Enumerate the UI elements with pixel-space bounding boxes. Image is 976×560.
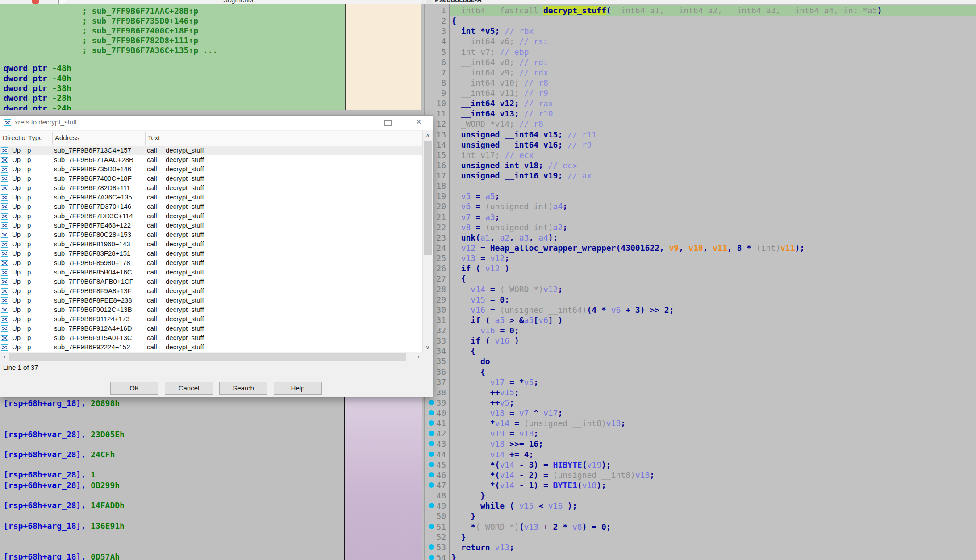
operand-line[interactable]: [rsp+68h+arg_18], 0D57Ah: [4, 552, 120, 560]
variable-token[interactable]: v18: [635, 470, 650, 480]
stack-var-line[interactable]: dword ptr -40h: [4, 74, 71, 83]
variable-token[interactable]: a3: [519, 233, 529, 242]
pseudocode-line[interactable]: 30 v16 = (unsigned __int64)(4 * v6 + 3) …: [425, 305, 976, 315]
pseudocode-line[interactable]: 50 }: [425, 511, 976, 522]
variable-token[interactable]: v12: [543, 285, 558, 294]
variable-token[interactable]: v10: [688, 243, 703, 253]
variable-token[interactable]: v18: [582, 481, 597, 490]
pseudocode-line[interactable]: 27 {: [425, 274, 976, 284]
pseudocode-line[interactable]: 12 _WORD *v14; // r8: [425, 119, 976, 129]
xref-row[interactable]: Uppsub_7FF9B6F782D8+111calldecrypt_stuff: [0, 183, 423, 193]
pseudocode-line[interactable]: 13 unsigned __int64 v15; // r11: [425, 129, 976, 140]
variable-token[interactable]: a3: [485, 212, 495, 222]
variable-token[interactable]: v14: [500, 470, 514, 480]
pseudocode-line[interactable]: 20 v6 = (unsigned int)a4;: [425, 201, 976, 212]
variable-token[interactable]: v13: [524, 522, 539, 531]
variable-token[interactable]: v11: [713, 243, 727, 253]
pseudocode-line[interactable]: 35 do: [425, 356, 976, 367]
variable-token[interactable]: v16: [451, 305, 485, 315]
stop-debugger-icon[interactable]: [32, 0, 39, 4]
variable-token[interactable]: v16: [548, 501, 563, 510]
operand-line[interactable]: [rsp+68h+var_28], 23D05Eh: [4, 430, 125, 439]
variable-token[interactable]: v5: [451, 191, 471, 201]
pseudocode-line[interactable]: 1__int64 __fastcall decrypt_stuff(__int6…: [425, 5, 976, 16]
variable-token[interactable]: v15: [500, 388, 514, 397]
variable-token[interactable]: a5: [485, 191, 495, 201]
xref-row[interactable]: Uppsub_7FF9B6F85980+178calldecrypt_stuff: [0, 258, 423, 268]
pseudocode-line[interactable]: 40 v18 = v7 ^ v17;: [425, 408, 976, 419]
pseudocode-line[interactable]: 17 unsigned __int16 v19; // ax: [425, 170, 976, 181]
variable-token[interactable]: v14: [495, 419, 510, 428]
pseudocode-line[interactable]: 19 v5 = a5;: [425, 191, 976, 202]
pseudocode-line[interactable]: 39 ++v5;: [425, 398, 976, 408]
pseudocode-line[interactable]: 52 }: [425, 532, 976, 543]
xref-row[interactable]: Uppsub_7FF9B6F83F28+151calldecrypt_stuff: [0, 249, 423, 258]
variable-token[interactable]: v14: [500, 460, 514, 469]
xref-row[interactable]: Uppsub_7FF9B6F8FEE8+238calldecrypt_stuff: [0, 296, 423, 305]
xref-row[interactable]: Uppsub_7FF9B6F85B04+16Ccalldecrypt_stuff: [0, 268, 423, 277]
pseudocode-line[interactable]: 18: [425, 181, 976, 191]
variable-token[interactable]: v11: [780, 243, 795, 253]
variable-token[interactable]: v17: [543, 408, 558, 418]
operand-line[interactable]: [rsp+68h+var_28], 14FADDh: [4, 501, 125, 510]
pseudocode-line[interactable]: 54}: [425, 552, 976, 560]
pseudocode-line[interactable]: 14 unsigned __int64 v16; // r9: [425, 140, 976, 150]
variable-token[interactable]: v7: [451, 212, 471, 222]
pseudocode-line[interactable]: 24 v12 = Heap_alloc_wrapper_wrapper(4300…: [425, 243, 976, 253]
pseudocode-line[interactable]: 29 v15 = 0;: [425, 295, 976, 305]
variable-token[interactable]: a2: [500, 233, 509, 242]
pseudocode-line[interactable]: 38 ++v15;: [425, 387, 976, 398]
xref-row[interactable]: Uppsub_7FF9B6F735D0+146calldecrypt_stuff: [0, 165, 423, 174]
variable-token[interactable]: v12: [490, 253, 505, 263]
xref-row[interactable]: Uppsub_7FF9B6F912A4+16Dcalldecrypt_stuff: [0, 324, 423, 333]
variable-token[interactable]: v6: [451, 202, 471, 211]
operand-line[interactable]: [rsp+68h+var_28], 1: [4, 470, 96, 479]
code-token[interactable]: HIBYTE: [553, 460, 582, 469]
column-header-text[interactable]: Text: [148, 134, 160, 141]
xref-row[interactable]: Uppsub_7FF9B6F7400C+18Fcalldecrypt_stuff: [0, 174, 423, 183]
pseudocode-line[interactable]: 31 if ( a5 > &a5[v6] ): [425, 315, 976, 326]
xrefs-dialog[interactable]: xrefs to decrypt_stuff — ✕ Direction Typ…: [0, 115, 433, 397]
pseudocode-line[interactable]: 16 unsigned int v18; // ecx: [425, 160, 976, 171]
variable-token[interactable]: v5: [500, 398, 509, 407]
pseudocode-pane[interactable]: 1__int64 __fastcall decrypt_stuff(__int6…: [424, 4, 976, 560]
pseudocode-line[interactable]: 26 if ( v12 ): [425, 263, 976, 274]
close-icon[interactable]: ✕: [409, 116, 429, 130]
variable-token[interactable]: v8: [572, 522, 582, 531]
ok-button[interactable]: OK: [110, 382, 158, 395]
pseudocode-line[interactable]: 8 __int64 v10; // r8: [425, 78, 976, 88]
column-header-type[interactable]: Type: [28, 134, 43, 141]
pseudocode-line[interactable]: 11 __int64 v13; // r10: [425, 108, 976, 119]
variable-token[interactable]: a5: [524, 315, 534, 325]
dialog-titlebar[interactable]: xrefs to decrypt_stuff — ✕: [0, 116, 433, 130]
xref-row[interactable]: Uppsub_7FF9B6F7E468+122calldecrypt_stuff: [0, 221, 423, 230]
variable-token[interactable]: v18: [606, 419, 621, 428]
variable-token[interactable]: v8: [451, 223, 471, 232]
pseudocode-line[interactable]: 4 __int64 v6; // rsi: [425, 36, 976, 47]
xref-row[interactable]: Uppsub_7FF9B6F9012C+13Bcalldecrypt_stuff: [0, 305, 423, 315]
variable-token[interactable]: v15: [451, 295, 485, 304]
pseudocode-line[interactable]: 53 return v13;: [425, 542, 976, 553]
pseudocode-line[interactable]: 34 {: [425, 346, 976, 357]
variable-token[interactable]: v18: [451, 408, 505, 418]
pseudocode-line[interactable]: 2{: [425, 16, 976, 26]
xref-row[interactable]: Uppsub_7FF9B6F92224+152calldecrypt_stuff: [0, 343, 423, 352]
xref-row[interactable]: Uppsub_7FF9B6F8F9A8+13Fcalldecrypt_stuff: [0, 286, 423, 296]
search-button[interactable]: Search: [219, 382, 267, 395]
pseudocode-line[interactable]: 15 int v17; // ecx: [425, 150, 976, 161]
operand-line[interactable]: [rsp+68h+arg_18], 136E91h: [4, 521, 125, 531]
code-token[interactable]: BYTE1: [553, 481, 577, 490]
segments-titlebar[interactable]: Segments: [54, 0, 422, 4]
column-separator[interactable]: [145, 132, 146, 145]
variable-token[interactable]: v13: [451, 253, 475, 263]
pseudocode-line[interactable]: 43 v18 >>= 16;: [425, 439, 976, 449]
pseudocode-line[interactable]: 25 v13 = v12;: [425, 253, 976, 264]
pseudocode-line[interactable]: 10 __int64 v12; // rax: [425, 98, 976, 109]
xref-row[interactable]: Uppsub_7FF9B6F91124+173calldecrypt_stuff: [0, 315, 423, 324]
minimize-icon[interactable]: —: [345, 116, 366, 130]
variable-token[interactable]: a1: [480, 233, 490, 242]
pseudocode-line[interactable]: 5 int v7; // ebp: [425, 47, 976, 58]
xref-row[interactable]: Uppsub_7FF9B6F915A0+13Ccalldecrypt_stuff: [0, 333, 423, 343]
variable-token[interactable]: v6: [611, 305, 621, 315]
variable-token[interactable]: a2: [553, 223, 563, 232]
